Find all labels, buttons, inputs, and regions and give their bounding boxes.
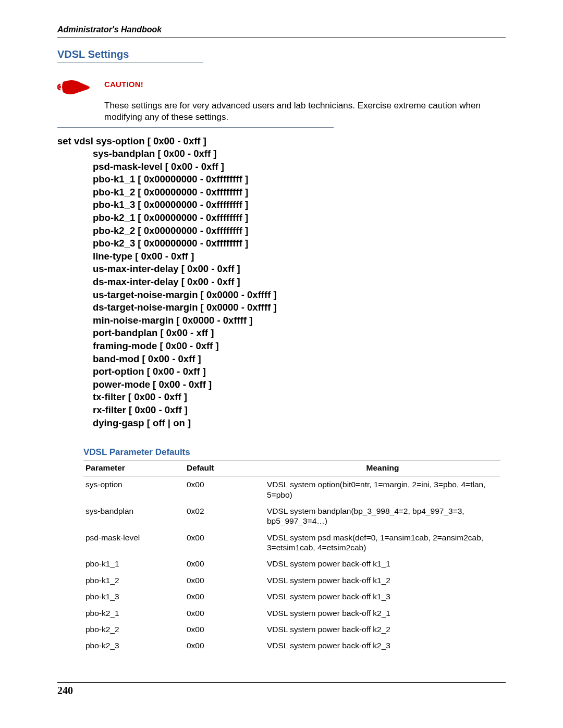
cell-meaning: VDSL system power back-off k1_3 [265,588,500,604]
cell-meaning: VDSL system option(bit0=ntr, 1=margin, 2… [265,476,500,503]
cell-parameter: psd-mask-level [83,529,185,556]
command-block: set vdsl sys-option [ 0x00 - 0xff ]sys-b… [57,135,506,430]
cell-default: 0x00 [185,621,265,637]
command-line: port-bandplan [ 0x00 - xff ] [57,327,506,340]
command-line: dying-gasp [ off | on ] [57,417,506,430]
table-row: sys-bandplan0x02VDSL system bandplan(bp_… [83,503,500,529]
table-row: pbo-k1_20x00VDSL system power back-off k… [83,572,500,588]
table-row: pbo-k1_30x00VDSL system power back-off k… [83,588,500,604]
cell-parameter: sys-option [83,476,185,503]
table-row: pbo-k2_30x00VDSL system power back-off k… [83,637,500,653]
cell-default: 0x00 [185,605,265,621]
cell-parameter: pbo-k1_1 [83,556,185,572]
cell-parameter: pbo-k1_2 [83,572,185,588]
command-line: pbo-k1_3 [ 0x00000000 - 0xffffffff ] [57,199,506,212]
cell-meaning: VDSL system psd mask(def=0, 1=ansim1cab,… [265,529,500,556]
command-line: ds-max-inter-delay [ 0x00 - 0xff ] [57,276,506,289]
command-line: tx-filter [ 0x00 - 0xff ] [57,391,506,404]
command-line: ds-target-noise-margin [ 0x0000 - 0xffff… [57,301,506,314]
cell-parameter: pbo-k1_3 [83,588,185,604]
table-row: pbo-k2_10x00VDSL system power back-off k… [83,605,500,621]
caution-text: CAUTION! These settings are for very adv… [104,77,506,123]
cell-meaning: VDSL system power back-off k1_2 [265,572,500,588]
cell-default: 0x02 [185,503,265,529]
table-row: psd-mask-level0x00VDSL system psd mask(d… [83,529,500,556]
command-line: port-option [ 0x00 - 0xff ] [57,365,506,378]
caution-label: CAUTION! [104,80,506,89]
cell-meaning: VDSL system power back-off k1_1 [265,556,500,572]
cell-meaning: VDSL system power back-off k2_1 [265,605,500,621]
running-head: Administrator's Handbook [57,25,506,34]
cell-meaning: VDSL system power back-off k2_3 [265,637,500,653]
cell-default: 0x00 [185,572,265,588]
page-number: 240 [57,685,506,697]
command-line: us-max-inter-delay [ 0x00 - 0xff ] [57,263,506,276]
command-line: rx-filter [ 0x00 - 0xff ] [57,404,506,417]
cell-default: 0x00 [185,637,265,653]
cell-default: 0x00 [185,556,265,572]
pointing-hand-icon [57,77,95,97]
command-line: min-noise-margin [ 0x0000 - 0xffff ] [57,314,506,327]
command-line: pbo-k2_2 [ 0x00000000 - 0xffffffff ] [57,225,506,238]
command-line: band-mod [ 0x00 - 0xff ] [57,353,506,366]
command-line: us-target-noise-margin [ 0x0000 - 0xffff… [57,289,506,302]
defaults-table: Parameter Default Meaning sys-option0x00… [83,461,500,654]
col-header-parameter: Parameter [83,461,185,476]
header-rule [57,38,506,38]
command-line: pbo-k1_2 [ 0x00000000 - 0xffffffff ] [57,186,506,199]
command-line: pbo-k2_1 [ 0x00000000 - 0xffffffff ] [57,212,506,225]
cell-parameter: pbo-k2_2 [83,621,185,637]
cell-default: 0x00 [185,529,265,556]
cell-default: 0x00 [185,588,265,604]
caution-underline [57,127,334,128]
cell-parameter: sys-bandplan [83,503,185,529]
table-row: sys-option0x00VDSL system option(bit0=nt… [83,476,500,503]
col-header-meaning: Meaning [265,461,500,476]
cell-default: 0x00 [185,476,265,503]
cell-parameter: pbo-k2_1 [83,605,185,621]
command-line: line-type [ 0x00 - 0xff ] [57,250,506,263]
table-row: pbo-k2_20x00VDSL system power back-off k… [83,621,500,637]
command-line: pbo-k2_3 [ 0x00000000 - 0xffffffff ] [57,237,506,250]
command-line: pbo-k1_1 [ 0x00000000 - 0xffffffff ] [57,173,506,186]
footer-rule [57,682,506,683]
command-line: framing-mode [ 0x00 - 0xff ] [57,340,506,353]
cell-meaning: VDSL system bandplan(bp_3_998_4=2, bp4_9… [265,503,500,529]
section-title: VDSL Settings [57,48,506,60]
cell-meaning: VDSL system power back-off k2_2 [265,621,500,637]
command-line: power-mode [ 0x00 - 0xff ] [57,378,506,391]
section-title-underline [57,63,203,63]
defaults-heading: VDSL Parameter Defaults [83,447,506,458]
cell-parameter: pbo-k2_3 [83,637,185,653]
command-line: psd-mask-level [ 0x00 - 0xff ] [57,161,506,174]
caution-block: CAUTION! These settings are for very adv… [57,77,506,123]
document-page: Administrator's Handbook VDSL Settings C… [0,0,563,718]
command-line: set vdsl sys-option [ 0x00 - 0xff ] [57,135,506,148]
col-header-default: Default [185,461,265,476]
command-line: sys-bandplan [ 0x00 - 0xff ] [57,147,506,161]
caution-body: These settings are for very advanced use… [104,100,506,123]
table-header-row: Parameter Default Meaning [83,461,500,476]
table-row: pbo-k1_10x00VDSL system power back-off k… [83,556,500,572]
